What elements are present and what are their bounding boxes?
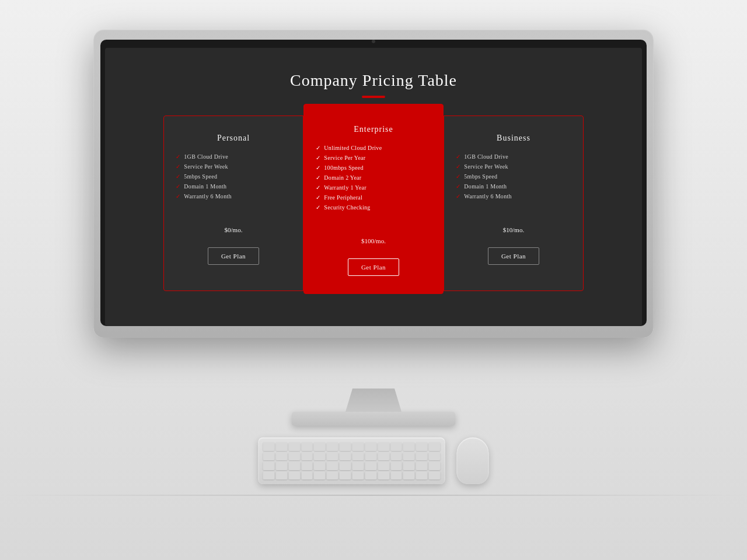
plan-enterprise: Enterprise ✓Unlimited Cloud Drive ✓Servi… (303, 104, 444, 294)
key (288, 461, 300, 470)
key (288, 442, 300, 451)
feature-item: ✓5mbps Speed (456, 173, 571, 180)
key (416, 452, 428, 461)
plan-enterprise-features: ✓Unlimited Cloud Drive ✓Service Per Year… (316, 145, 431, 214)
key (314, 452, 326, 461)
key (301, 471, 313, 480)
key (403, 442, 415, 451)
plan-business-price: $10/mo. (503, 220, 524, 236)
key (429, 442, 441, 451)
key (390, 442, 402, 451)
key (327, 442, 338, 451)
key (352, 442, 364, 451)
feature-item: ✓Service Per Week (176, 163, 291, 170)
plan-business: Business ✓1GB Cloud Drive ✓Service Per W… (444, 116, 584, 291)
webcam (372, 40, 375, 43)
key (263, 461, 275, 470)
check-icon: ✓ (316, 155, 320, 161)
key (416, 461, 428, 470)
key (275, 442, 287, 451)
key (378, 461, 389, 470)
plan-personal: Personal ✓1GB Cloud Drive ✓Service Per W… (163, 116, 303, 291)
key (403, 471, 415, 480)
monitor-bezel: Company Pricing Table Personal ✓1GB Clou… (100, 40, 647, 326)
monitor-outer: Company Pricing Table Personal ✓1GB Clou… (93, 29, 654, 338)
key (378, 471, 389, 480)
feature-item-security-checking: ✓Security Checking (316, 204, 431, 211)
screen: Company Pricing Table Personal ✓1GB Clou… (105, 48, 642, 326)
feature-item: ✓Warrantly 6 Month (176, 193, 291, 200)
key (275, 461, 287, 470)
key (403, 461, 415, 470)
key (365, 461, 376, 470)
check-icon: ✓ (456, 153, 460, 160)
plan-enterprise-price: $100/mo. (361, 232, 386, 247)
check-icon: ✓ (316, 174, 320, 181)
keyboard (259, 438, 445, 484)
feature-item: ✓Service Per Year (316, 155, 431, 161)
key (275, 452, 287, 461)
feature-item: ✓Unlimited Cloud Drive (316, 145, 431, 151)
feature-item: ✓1GB Cloud Drive (456, 153, 571, 160)
feature-item: ✓100mbps Speed (316, 164, 431, 171)
desk-surface (0, 495, 747, 496)
key (340, 471, 351, 480)
key (390, 452, 402, 461)
key (301, 442, 313, 451)
check-icon: ✓ (456, 193, 460, 200)
key (352, 461, 364, 470)
check-icon: ✓ (176, 173, 180, 180)
feature-item: ✓5mbps Speed (176, 173, 291, 180)
key (390, 461, 402, 470)
mouse (457, 438, 489, 484)
key (301, 452, 313, 461)
feature-item: ✓Warrantly 6 Month (456, 193, 571, 200)
plan-enterprise-title: Enterprise (354, 125, 393, 134)
check-icon: ✓ (176, 193, 180, 200)
key (301, 461, 313, 470)
pricing-container: Personal ✓1GB Cloud Drive ✓Service Per W… (163, 116, 584, 291)
plan-personal-title: Personal (217, 134, 250, 143)
key (263, 442, 275, 451)
key (403, 452, 415, 461)
plan-personal-price: $0/mo. (225, 220, 243, 236)
check-icon: ✓ (456, 163, 460, 170)
key (263, 471, 275, 480)
key (429, 471, 441, 480)
plan-enterprise-cta[interactable]: Get Plan (348, 258, 399, 276)
feature-item: ✓1GB Cloud Drive (176, 153, 291, 160)
key (365, 452, 376, 461)
check-icon: ✓ (316, 204, 320, 211)
feature-item: ✓Domain 1 Month (456, 183, 571, 190)
key (378, 452, 389, 461)
key (429, 452, 441, 461)
key (340, 461, 351, 470)
key (340, 452, 351, 461)
key (378, 442, 389, 451)
check-icon: ✓ (316, 184, 320, 191)
plan-business-cta[interactable]: Get Plan (488, 247, 539, 265)
key (314, 471, 326, 480)
check-icon: ✓ (316, 145, 320, 151)
plan-personal-features: ✓1GB Cloud Drive ✓Service Per Week ✓5mbp… (176, 153, 291, 203)
key (288, 471, 300, 480)
scene: Company Pricing Table Personal ✓1GB Clou… (0, 0, 747, 560)
check-icon: ✓ (176, 183, 180, 190)
feature-item: ✓Service Per Week (456, 163, 571, 170)
check-icon: ✓ (456, 183, 460, 190)
feature-item: ✓Domain 2 Year (316, 174, 431, 181)
check-icon: ✓ (316, 194, 320, 201)
key (340, 442, 351, 451)
plan-personal-cta[interactable]: Get Plan (208, 247, 259, 265)
key (263, 452, 275, 461)
check-icon: ✓ (316, 164, 320, 171)
key (416, 442, 428, 451)
check-icon: ✓ (176, 153, 180, 160)
key (352, 471, 364, 480)
key (327, 452, 338, 461)
key (314, 442, 326, 451)
check-icon: ✓ (456, 173, 460, 180)
feature-item: ✓Domain 1 Month (176, 183, 291, 190)
key (288, 452, 300, 461)
key (275, 471, 287, 480)
